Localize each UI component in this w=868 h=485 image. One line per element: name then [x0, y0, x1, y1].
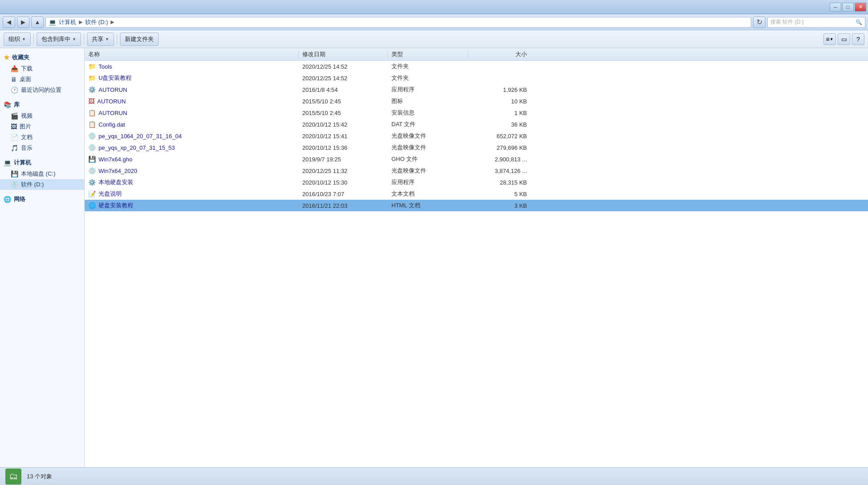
file-type: 光盘映像文件 [388, 132, 468, 140]
file-name: 📁 U盘安装教程 [85, 74, 299, 82]
file-name-text: 硬盘安装教程 [99, 201, 133, 210]
col-type[interactable]: 类型 [388, 50, 468, 58]
network-header[interactable]: 🌐 网络 [0, 193, 84, 205]
file-type-icon: 📁 [88, 74, 96, 82]
table-row[interactable]: 💿 pe_yqs_1064_20_07_31_16_04 2020/10/12 … [85, 130, 868, 142]
table-row[interactable]: 📋 Config.dat 2020/10/12 15:42 DAT 文件 36 … [85, 119, 868, 130]
refresh-button[interactable]: ↻ [753, 16, 765, 28]
preview-button[interactable]: ▭ [838, 33, 850, 45]
table-row[interactable]: 📁 Tools 2020/12/25 14:52 文件夹 [85, 61, 868, 72]
newfolder-button[interactable]: 新建文件夹 [120, 33, 159, 46]
sidebar-item-local-c[interactable]: 💾 本地磁盘 (C:) [0, 169, 84, 179]
minimize-button[interactable]: ─ [830, 3, 841, 12]
computer-label: 计算机 [14, 159, 31, 167]
col-name[interactable]: 名称 [85, 50, 299, 58]
search-box[interactable]: 搜索 软件 (D:) 🔍 [767, 17, 865, 28]
share-arrow: ▼ [105, 37, 109, 41]
table-row[interactable]: 📁 U盘安装教程 2020/12/25 14:52 文件夹 [85, 72, 868, 84]
file-type: 应用程序 [388, 86, 468, 94]
favorites-header[interactable]: ★ 收藏夹 [0, 52, 84, 63]
computer-section: 💻 计算机 💾 本地磁盘 (C:) 💿 软件 (D:) [0, 157, 84, 190]
video-icon: 🎬 [11, 112, 18, 119]
file-type-icon: 📋 [88, 109, 96, 116]
recent-icon: 🕐 [11, 86, 18, 94]
file-name: 💾 Win7x64.gho [85, 156, 299, 163]
maximize-button[interactable]: □ [842, 3, 854, 12]
forward-button[interactable]: ▶ [17, 16, 29, 28]
computer-nav-icon: 💻 [4, 159, 11, 166]
computer-icon: 💻 [49, 19, 56, 26]
file-type: GHO 文件 [388, 155, 468, 163]
file-type: 文本文档 [388, 190, 468, 198]
file-date: 2016/11/21 22:03 [299, 202, 388, 209]
column-header: 名称 修改日期 类型 大小 [85, 48, 868, 61]
sidebar-item-desktop[interactable]: 🖥 桌面 [0, 74, 84, 85]
file-name: 📁 Tools [85, 63, 299, 70]
file-size: 28,315 KB [468, 179, 531, 186]
sidebar-item-download[interactable]: 📥 下载 [0, 63, 84, 74]
network-icon: 🌐 [4, 196, 11, 203]
organize-label: 组织 [8, 35, 20, 43]
computer-header[interactable]: 💻 计算机 [0, 157, 84, 169]
file-date: 2020/12/25 14:52 [299, 63, 388, 70]
file-type-icon: 💿 [88, 132, 96, 140]
file-date: 2020/10/12 15:42 [299, 121, 388, 128]
table-row[interactable]: 🖼 AUTORUN 2015/5/10 2:45 图标 10 KB [85, 95, 868, 107]
file-type-icon: 📝 [88, 190, 96, 197]
view-icon: ≡ [826, 36, 829, 43]
file-size: 10 KB [468, 98, 531, 105]
sidebar-item-music[interactable]: 🎵 音乐 [0, 143, 84, 153]
status-app-icon: 🗂 [5, 469, 21, 485]
file-type-icon: 🖼 [88, 98, 95, 105]
table-row[interactable]: ⚙️ AUTORUN 2016/1/8 4:54 应用程序 1,926 KB [85, 84, 868, 95]
file-date: 2015/5/10 2:45 [299, 98, 388, 105]
col-size[interactable]: 大小 [468, 50, 531, 58]
refresh-icon: ↻ [757, 18, 762, 26]
file-name-text: 光盘说明 [99, 190, 122, 198]
library-header[interactable]: 📚 库 [0, 99, 84, 111]
sidebar-item-doc[interactable]: 📄 文档 [0, 132, 84, 143]
address-path[interactable]: 💻 计算机 ▶ 软件 (D:) ▶ [45, 17, 751, 28]
file-name: 🖼 AUTORUN [85, 98, 299, 105]
file-size: 36 KB [468, 121, 531, 128]
back-button[interactable]: ◀ [3, 16, 15, 28]
sidebar-item-image[interactable]: 🖼 图片 [0, 121, 84, 132]
file-name: ⚙️ AUTORUN [85, 86, 299, 93]
file-name: 💿 Win7x64_2020 [85, 167, 299, 174]
sidebar-item-drive-d[interactable]: 💿 软件 (D:) [0, 179, 84, 190]
file-name: 📋 Config.dat [85, 121, 299, 128]
table-row[interactable]: ⚙️ 本地硬盘安装 2020/10/12 15:30 应用程序 28,315 K… [85, 177, 868, 188]
close-button[interactable]: ✕ [855, 3, 866, 12]
favorites-icon: ★ [4, 53, 9, 62]
sidebar-item-recent[interactable]: 🕐 最近访问的位置 [0, 85, 84, 95]
table-row[interactable]: 💾 Win7x64.gho 2019/9/7 19:25 GHO 文件 2,90… [85, 153, 868, 165]
file-size: 652,072 KB [468, 133, 531, 140]
table-row[interactable]: 📝 光盘说明 2016/10/23 7:07 文本文档 5 KB [85, 188, 868, 200]
sidebar-download-label: 下载 [21, 65, 33, 73]
share-label: 共享 [92, 35, 103, 43]
sidebar-item-video[interactable]: 🎬 视频 [0, 111, 84, 121]
col-date[interactable]: 修改日期 [299, 50, 388, 58]
table-row[interactable]: 💿 Win7x64_2020 2020/12/25 11:32 光盘映像文件 3… [85, 165, 868, 177]
main-layout: ★ 收藏夹 📥 下载 🖥 桌面 🕐 最近访问的位置 📚 库 🎬 [0, 48, 868, 467]
file-date: 2020/10/12 15:36 [299, 144, 388, 151]
up-button[interactable]: ▲ [31, 16, 44, 28]
library-arrow: ▼ [72, 37, 76, 41]
file-date: 2020/10/12 15:30 [299, 179, 388, 186]
path-computer[interactable]: 计算机 [58, 18, 77, 26]
table-row[interactable]: 🌐 硬盘安装教程 2016/11/21 22:03 HTML 文档 3 KB [85, 200, 868, 211]
help-button[interactable]: ? [852, 33, 864, 45]
share-button[interactable]: 共享 ▼ [87, 33, 114, 46]
image-icon: 🖼 [11, 123, 17, 130]
table-row[interactable]: 💿 pe_yqs_xp_20_07_31_15_53 2020/10/12 15… [85, 142, 868, 153]
titlebar: ─ □ ✕ [0, 0, 868, 14]
sidebar-doc-label: 文档 [21, 133, 33, 141]
table-row[interactable]: 📋 AUTORUN 2015/5/10 2:45 安装信息 1 KB [85, 107, 868, 119]
file-area: 名称 修改日期 类型 大小 📁 Tools 2020/12/25 14:52 文… [85, 48, 868, 467]
library-button[interactable]: 包含到库中 ▼ [37, 33, 81, 46]
file-size: 5 KB [468, 191, 531, 197]
path-drive[interactable]: 软件 (D:) [84, 18, 109, 26]
view-button[interactable]: ≡ ▼ [823, 33, 836, 45]
organize-button[interactable]: 组织 ▼ [4, 33, 31, 46]
file-date: 2020/12/25 14:52 [299, 75, 388, 82]
